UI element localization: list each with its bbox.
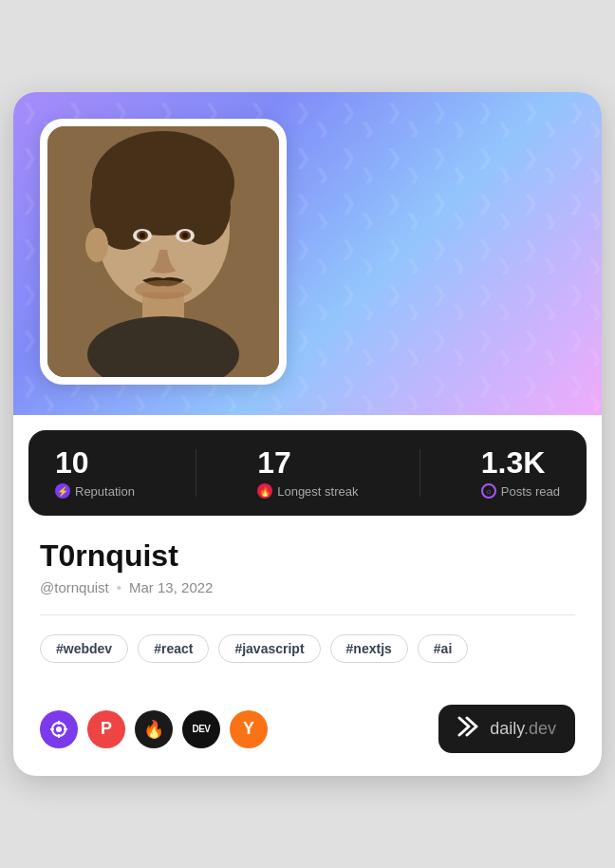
brand-chevron-icon: [457, 716, 484, 742]
brand-name: daily.dev: [490, 719, 556, 739]
divider: [40, 614, 575, 615]
tag-item[interactable]: #ai: [418, 634, 468, 663]
posts-label: ○ Posts read: [481, 483, 560, 499]
user-meta: @tornquist • Mar 13, 2022: [40, 579, 575, 595]
stat-reputation: 10 ⚡ Reputation: [55, 447, 135, 499]
source-icons: P 🔥 DEV Y: [40, 710, 268, 748]
stat-divider-1: [196, 449, 196, 497]
tag-item[interactable]: #nextjs: [330, 634, 408, 663]
source-crosshair-icon[interactable]: [40, 710, 78, 748]
svg-point-21: [56, 726, 62, 732]
stat-divider-2: [419, 449, 420, 497]
user-handle: @tornquist: [40, 579, 109, 595]
stats-bar: 10 ⚡ Reputation 17 🔥 Longest streak 1.3K…: [28, 430, 587, 516]
join-date: Mar 13, 2022: [129, 579, 213, 595]
streak-value: 17: [257, 447, 358, 478]
profile-card: ❯ ❯: [13, 92, 602, 776]
source-flame-icon[interactable]: 🔥: [135, 710, 173, 748]
source-product-icon[interactable]: P: [87, 710, 125, 748]
tag-item[interactable]: #javascript: [218, 634, 320, 663]
card-header: ❯ ❯: [13, 92, 602, 415]
stat-posts: 1.3K ○ Posts read: [481, 447, 560, 499]
avatar-wrapper: [40, 119, 287, 385]
streak-icon: 🔥: [257, 483, 272, 499]
brand-badge: daily.dev: [438, 705, 575, 753]
posts-value: 1.3K: [481, 447, 560, 478]
reputation-icon: ⚡: [55, 483, 70, 499]
brand-logo: daily.dev: [457, 716, 556, 742]
reputation-label: ⚡ Reputation: [55, 483, 135, 499]
tag-item[interactable]: #react: [138, 634, 209, 663]
source-dev-icon[interactable]: DEV: [182, 710, 220, 748]
user-name: T0rnquist: [40, 538, 575, 574]
streak-label: 🔥 Longest streak: [257, 483, 358, 499]
tag-item[interactable]: #webdev: [40, 634, 128, 663]
source-y-icon[interactable]: Y: [230, 710, 268, 748]
posts-icon: ○: [481, 483, 496, 499]
card-body: T0rnquist @tornquist • Mar 13, 2022 #web…: [13, 516, 602, 705]
tags-list: #webdev#react#javascript#nextjs#ai: [40, 634, 575, 663]
svg-rect-19: [47, 126, 279, 377]
card-footer: P 🔥 DEV Y daily.dev: [13, 705, 602, 776]
meta-dot: •: [117, 579, 121, 595]
reputation-value: 10: [55, 447, 135, 478]
stat-streak: 17 🔥 Longest streak: [257, 447, 358, 499]
avatar: [47, 126, 279, 377]
